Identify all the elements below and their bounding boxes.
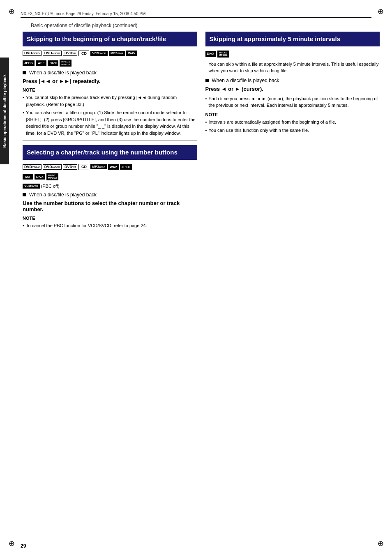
side-tab: Basic operations of disc/file playback <box>0 58 9 164</box>
corner-mark-bl: ⊕ <box>7 539 16 548</box>
square-bullet-right <box>205 79 209 82</box>
square-bullet <box>23 71 26 74</box>
badge-cd: CD <box>78 51 89 57</box>
note-item-2: You can also select a title or group. (1… <box>23 109 197 136</box>
detail-text: Each time you press ◄ or ► (cursor), the… <box>205 95 380 109</box>
corner-mark-br: ⊕ <box>376 539 385 548</box>
file-info: NX-F3_NX-F7[US].book Page 29 Friday, Feb… <box>21 12 145 16</box>
badge-vcd-svcd-2: VCDSVCD <box>23 184 40 189</box>
page-header: Basic operations of disc/file playback (… <box>12 23 380 28</box>
badge-mpeg12: MPEG1MPEG2 <box>60 60 71 67</box>
badge-jpeg: JPEG <box>23 60 35 66</box>
section-skip-beginning: Skipping to the beginning of a chapter/t… <box>23 32 197 136</box>
page-wrapper: ⊕ ⊕ ⊕ ⊕ NX-F3_NX-F7[US].book Page 29 Fri… <box>0 0 392 555</box>
badge-dvd-vr: DVDVR <box>63 51 77 56</box>
badge-jpeg-2: JPEG <box>120 164 132 170</box>
right-col: Skipping at approximately 5 minute inter… <box>205 32 380 230</box>
top-bar: NX-F3_NX-F7[US].book Page 29 Friday, Feb… <box>21 12 371 18</box>
section-box-skip: Skipping to the beginning of a chapter/t… <box>23 32 197 46</box>
left-col: Skipping to the beginning of a chapter/t… <box>23 32 197 230</box>
badge-divx-2: DivX <box>35 174 45 180</box>
badge-dvd-video: DVDVIDEO <box>23 51 42 56</box>
section-skip-5min: Skipping at approximately 5 minute inter… <box>205 32 380 134</box>
corner-mark-tl: ⊕ <box>7 7 16 16</box>
badges-row-right-1: DivX MPEG1MPEG2 <box>205 51 380 58</box>
press-instruction-right: Press ◄ or ► (cursor). <box>205 86 380 92</box>
note-label-2: NOTE <box>23 216 197 221</box>
badge-vcd-svcd: VCDSVCD <box>90 51 108 56</box>
main-content: Basic operations of disc/file playback (… <box>12 23 380 539</box>
section-divider <box>23 140 197 141</box>
badge-mp3-wma: MP3WMA <box>109 51 125 56</box>
note-item-3: To cancel the PBC function for VCD/SVCD,… <box>23 222 197 229</box>
page-number: 29 <box>21 543 26 549</box>
square-bullet-2 <box>23 193 26 196</box>
badge-asf-2: ASF <box>23 174 33 180</box>
note-right-1: Intervals are automatically assigned fro… <box>205 119 380 126</box>
pbc-text: (PBC off) <box>41 184 60 189</box>
two-col: Skipping to the beginning of a chapter/t… <box>12 32 380 230</box>
badge-dvd-audio: DVDAUDIO <box>43 51 62 56</box>
badge-dvd-audio-2: DVDAUDIO <box>43 164 62 170</box>
badges-row-5: VCDSVCD (PBC off) <box>23 184 197 189</box>
section-box-5min: Skipping at approximately 5 minute inter… <box>205 32 380 46</box>
note-label-1: NOTE <box>23 88 197 92</box>
badge-wav-2: WAV <box>108 164 119 170</box>
badges-row-4: ASF DivX MPEG1MPEG2 <box>23 173 197 180</box>
when-played-right: When a disc/file is played back <box>205 78 380 83</box>
section-select-chapter: Selecting a chapter/track using the numb… <box>23 145 197 229</box>
badges-row-3: DVDVIDEO DVDAUDIO DVDVR CD MP3WMA WAV <box>23 164 197 170</box>
intro-text: You can skip within a file at approximat… <box>205 61 380 74</box>
badge-mp3-wma-2: MP3WMA <box>90 164 106 169</box>
note-right-2: You can use this function only within th… <box>205 127 380 134</box>
badge-divx-right: DivX <box>205 51 216 57</box>
press-instruction-2: Use the number buttons to select the cha… <box>23 200 197 212</box>
badge-dvd-video-2: DVDVIDEO <box>23 164 42 170</box>
note-label-right: NOTE <box>205 112 380 117</box>
section-box-select: Selecting a chapter/track using the numb… <box>23 145 197 160</box>
side-tab-text: Basic operations of disc/file playback <box>2 74 7 147</box>
badge-mpeg12-right: MPEG1MPEG2 <box>217 51 229 58</box>
badges-row-2: JPEG ASF DivX MPEG1MPEG2 <box>23 60 197 67</box>
badge-cd-2: CD <box>78 164 89 170</box>
badge-asf: ASF <box>36 60 46 66</box>
corner-mark-tr: ⊕ <box>376 7 385 16</box>
badge-wav: WAV <box>126 51 137 56</box>
when-played-2: When a disc/file is played back <box>23 192 197 198</box>
badges-row-1: DVDVIDEO DVDAUDIO DVDVR CD VCDSVCD <box>23 51 197 57</box>
press-instruction-1: Press |◄◄ or ►►| repeatedly. <box>23 78 197 84</box>
badge-dvd-vr-2: DVDVR <box>63 164 77 170</box>
badge-divx: DivX <box>48 60 58 66</box>
when-played-1: When a disc/file is played back <box>23 70 197 76</box>
note-item-1: You cannot skip to the previous track ev… <box>23 94 197 108</box>
badge-mpeg12-2: MPEG1MPEG2 <box>46 173 58 180</box>
